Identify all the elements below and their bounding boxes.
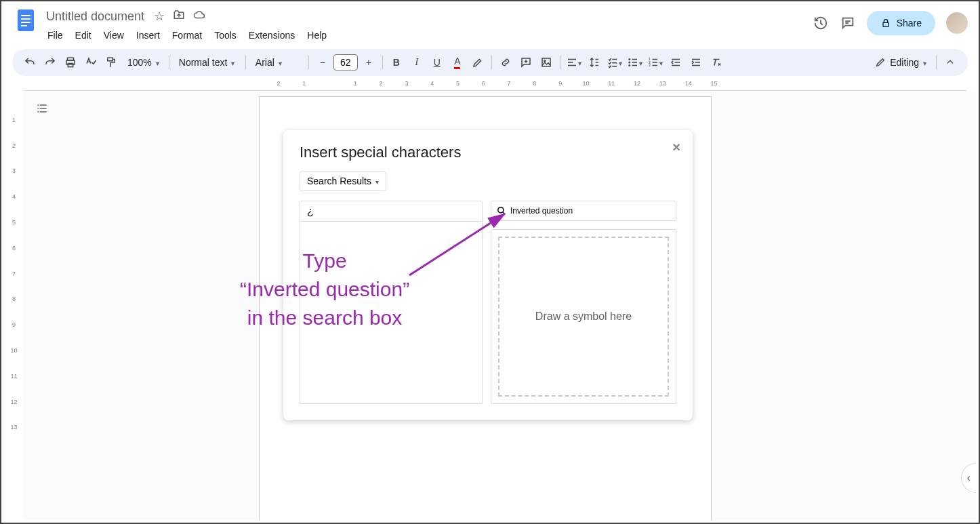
pencil-icon [875,57,886,68]
menu-format[interactable]: Format [167,27,207,43]
print-button[interactable] [61,53,80,72]
font-select[interactable]: Arial [250,57,304,68]
move-icon[interactable] [173,9,185,24]
category-label: Search Results [307,176,371,186]
fontsize-increase-button[interactable]: + [359,53,378,72]
svg-point-18 [498,207,504,213]
menu-help[interactable]: Help [302,27,332,43]
search-icon [497,206,506,216]
title-area: Untitled document ☆ File Edit View Inser… [42,7,813,43]
menu-edit[interactable]: Edit [70,27,97,43]
separator [936,56,937,69]
search-field[interactable] [491,201,676,221]
chevron-down-icon [578,57,581,68]
menu-extensions[interactable]: Extensions [243,27,300,43]
svg-text:3: 3 [649,64,651,67]
paragraph-style-select[interactable]: Normal text [173,57,241,68]
paint-format-button[interactable] [102,53,121,72]
bold-button[interactable]: B [387,53,406,72]
svg-point-12 [629,59,630,60]
side-panel-toggle[interactable]: ‹ [961,463,976,493]
chevron-down-icon [923,57,926,68]
avatar[interactable] [946,12,968,34]
history-icon[interactable] [813,15,829,31]
separator [491,56,492,69]
chevron-down-icon [659,57,663,68]
fontsize-input[interactable] [333,54,358,70]
highlight-button[interactable] [468,53,487,72]
lock-icon [880,18,891,28]
document-title[interactable]: Untitled document [42,8,148,25]
fontsize-decrease-button[interactable]: − [313,53,332,72]
svg-rect-4 [21,25,27,26]
chevron-down-icon [375,176,379,186]
vertical-ruler[interactable]: 12345678910111213 [5,91,23,520]
undo-button[interactable] [20,53,39,72]
text-color-button[interactable]: A [448,53,467,72]
menubar: File Edit View Insert Format Tools Exten… [42,27,813,43]
checklist-button[interactable] [605,53,624,72]
close-button[interactable]: × [672,140,680,155]
horizontal-ruler[interactable]: 21123456789101112131415 [23,80,966,91]
mode-select[interactable]: Editing [870,57,932,68]
insert-image-button[interactable] [537,53,556,72]
chevron-down-icon [619,57,622,68]
bullet-list-button[interactable] [626,53,645,72]
add-comment-button[interactable] [516,53,535,72]
svg-point-11 [544,60,545,62]
indent-increase-button[interactable] [687,53,706,72]
svg-rect-10 [542,58,550,66]
toolbar: 100% Normal text Arial − + B I U A 123 E… [12,49,968,76]
draw-placeholder: Draw a symbol here [498,237,669,397]
separator [245,56,246,69]
comments-icon[interactable] [840,15,856,31]
svg-rect-5 [883,22,889,26]
share-label: Share [897,18,922,28]
svg-rect-3 [21,22,30,23]
menu-insert[interactable]: Insert [131,27,165,43]
chevron-down-icon [279,57,282,68]
menu-file[interactable]: File [42,27,68,43]
align-button[interactable] [565,53,584,72]
svg-rect-0 [18,9,34,31]
zoom-select[interactable]: 100% [122,57,165,68]
category-dropdown[interactable]: Search Results [300,171,386,191]
chevron-down-icon [156,57,159,68]
app-header: Untitled document ☆ File Edit View Inser… [1,1,979,43]
collapse-toolbar-button[interactable] [941,53,960,72]
svg-point-13 [629,62,630,63]
menu-tools[interactable]: Tools [209,27,242,43]
italic-button[interactable]: I [407,53,426,72]
numbered-list-button[interactable]: 123 [646,53,665,72]
share-button[interactable]: Share [867,11,935,35]
mode-label: Editing [890,57,919,68]
separator [560,56,560,69]
redo-button[interactable] [41,53,60,72]
character-results-panel: ¿ [300,201,483,404]
link-button[interactable] [496,53,515,72]
svg-point-14 [629,65,630,66]
spellcheck-button[interactable] [81,53,100,72]
clear-formatting-button[interactable] [707,53,726,72]
cloud-status-icon[interactable] [193,9,205,24]
draw-panel[interactable]: Draw a symbol here [491,229,676,404]
editor-canvas: Insert special characters × Search Resul… [23,91,976,520]
style-value: Normal text [179,57,228,68]
menu-view[interactable]: View [98,27,129,43]
character-result-item[interactable]: ¿ [300,201,482,222]
star-icon[interactable]: ☆ [154,9,165,24]
search-input[interactable] [510,206,670,216]
underline-button[interactable]: U [428,53,447,72]
docs-logo[interactable] [12,7,39,34]
line-spacing-button[interactable] [585,53,604,72]
font-value: Arial [256,57,274,68]
dialog-title: Insert special characters [300,144,676,161]
chevron-down-icon [231,57,234,68]
outline-toggle-button[interactable] [33,99,52,118]
zoom-value: 100% [127,57,152,68]
svg-rect-2 [21,18,30,20]
separator [169,56,169,69]
indent-decrease-button[interactable] [666,53,685,72]
special-characters-dialog: Insert special characters × Search Resul… [283,130,693,420]
separator [382,56,383,69]
